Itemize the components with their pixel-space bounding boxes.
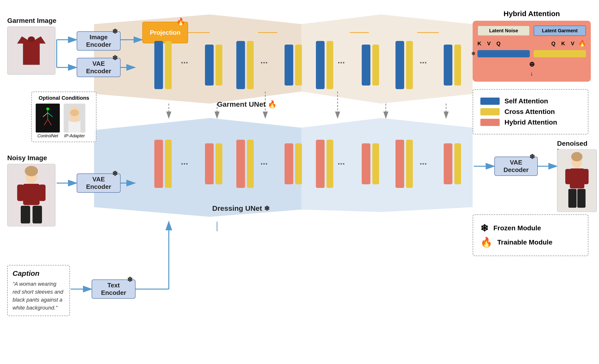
dressing-unet-label: Dressing UNet ❄ [212, 204, 270, 212]
left-v-label: V [487, 41, 491, 47]
latent-noise-box: Latent Noise [477, 25, 530, 36]
svg-point-64 [571, 152, 583, 161]
frozen-module-label: Frozen Module [493, 224, 541, 232]
svg-rect-51 [23, 184, 40, 205]
cross-attention-color [480, 108, 500, 115]
noisy-image-label: Noisy Image [7, 154, 47, 162]
dressing-unet-encoder-block1 [154, 140, 172, 188]
dressing-rightmost-dots: ··· [420, 159, 427, 169]
dressing-unet-encoder-block2 [205, 143, 222, 184]
garment-yellow-dec-2 [326, 41, 333, 89]
dressing-salmon-dec-2 [316, 140, 325, 188]
left-kvq: K V Q [477, 41, 532, 47]
denoised-image [557, 149, 597, 212]
dressing-unet-frozen-icon: ❄ [264, 205, 270, 212]
projection-box: Projection 🔥 [142, 22, 188, 43]
hybrid-attention-diagram: Latent Noise Latent Garment K V Q Q K V … [473, 21, 591, 82]
svg-rect-52 [21, 206, 30, 224]
dressing-encoder-dots: ··· [181, 159, 188, 169]
dressing-yellow-far-right [372, 143, 379, 184]
caption-label: Caption [13, 269, 65, 278]
hybrid-attention-section: Hybrid Attention Latent Noise Latent Gar… [473, 10, 591, 82]
dressing-yellow-center [247, 140, 254, 188]
hybrid-latent-row: Latent Noise Latent Garment [477, 25, 586, 36]
garment-unet-encoder-block1 [154, 41, 172, 89]
frozen-module-icon: ❄ [480, 223, 489, 234]
cross-attention-label: Cross Attention [504, 108, 555, 116]
garment-rightmost-dots: ··· [420, 58, 427, 68]
noisy-image [7, 164, 55, 227]
attention-legend-box: Self Attention Cross Attention Hybrid At… [473, 89, 588, 135]
vae-decoder-frozen-icon: ❄ [529, 153, 535, 161]
garment-blue-col-2 [205, 45, 214, 85]
plus-symbol: ⊕ [477, 60, 586, 68]
svg-rect-61 [577, 189, 585, 208]
svg-rect-60 [568, 189, 577, 208]
dressing-salmon-final [444, 143, 452, 184]
caption-box: Caption "A woman wearing red short sleev… [7, 265, 70, 316]
dressing-yellow-final [454, 143, 461, 184]
left-attn-block: ❄ [477, 50, 530, 57]
output-arrow: ↓ [477, 70, 586, 77]
dressing-yellow-dec-1 [295, 143, 302, 184]
garment-blue-far-right [362, 45, 370, 85]
vae-decoder-label: VAEDecoder [503, 159, 529, 174]
garment-unet-label: Garment UNet 🔥 [217, 100, 277, 108]
dressing-unet-decoder-block1 [284, 143, 302, 184]
vae-encoder-bottom-frozen-icon: ❄ [112, 169, 118, 178]
text-encoder-box: TextEncoder ❄ [92, 279, 135, 299]
latent-garment-box: Latent Garment [534, 25, 586, 36]
right-v-label: V [571, 41, 574, 47]
dressing-unet-far-right-block [362, 143, 379, 184]
left-frozen-icon: ❄ [471, 51, 476, 57]
svg-rect-54 [17, 185, 24, 201]
vae-decoder-box: VAEDecoder ❄ [494, 157, 538, 176]
right-k-label: K [561, 41, 565, 47]
dressing-salmon-far-right [362, 143, 370, 184]
dressing-salmon-center [236, 140, 245, 188]
self-attention-item: Self Attention [480, 97, 581, 105]
module-legend-box: ❄ Frozen Module 🔥 Trainable Module [473, 214, 588, 256]
garment-unet-final-block [444, 45, 461, 85]
garment-blue-final [444, 45, 452, 85]
garment-blue-col-center [236, 41, 245, 89]
svg-rect-62 [565, 169, 571, 184]
garment-yellow-rightmost [406, 41, 413, 89]
garment-blue-rightmost [396, 41, 404, 89]
vae-encoder-top-frozen-icon: ❄ [112, 54, 118, 62]
garment-yellow-col-center [247, 41, 254, 89]
garment-unet-encoder-block2 [205, 45, 222, 85]
dressing-yellow-col-2 [216, 143, 222, 184]
projection-label: Projection [150, 29, 180, 36]
optional-conditions-label: Optional Conditions [36, 95, 92, 101]
trainable-module-label: Trainable Module [497, 238, 553, 246]
garment-blue-col-1 [154, 41, 163, 89]
dressing-unet-decoder-block2 [316, 140, 333, 188]
svg-point-36 [28, 36, 35, 42]
ip-adapter-label: IP-Adapter [64, 134, 85, 138]
garment-unet-decoder-block1 [284, 45, 302, 85]
vae-encoder-bottom-label: VAEEncoder [86, 176, 111, 191]
svg-rect-55 [39, 185, 45, 201]
optional-conditions-box: Optional Conditions ControlNet [31, 92, 97, 142]
dressing-unet-center-block [236, 140, 254, 188]
right-attn-block [534, 50, 586, 57]
svg-marker-4 [94, 118, 210, 217]
svg-rect-59 [570, 168, 584, 188]
dressing-unet-rightmost-block [396, 140, 413, 188]
garment-image [7, 26, 55, 75]
hybrid-attention-legend-label: Hybrid Attention [504, 119, 557, 126]
text-encoder-label: TextEncoder [101, 282, 126, 296]
garment-yellow-final [454, 45, 461, 85]
garment-right-dots: ··· [338, 58, 345, 68]
dressing-salmon-col-2 [205, 143, 214, 184]
dressing-right-dots: ··· [338, 159, 345, 169]
image-encoder-box: ImageEncoder ❄ [77, 31, 121, 51]
dressing-salmon-dec-1 [284, 143, 293, 184]
vae-encoder-top-label: VAEEncoder [86, 60, 111, 75]
image-encoder-frozen-icon: ❄ [112, 27, 118, 35]
controlnet-item: ControlNet [36, 104, 60, 138]
garment-unet-far-right-block [362, 45, 379, 85]
optional-conditions-images: ControlNet IP-Adapter [36, 104, 92, 138]
image-encoder-label: ImageEncoder [86, 34, 111, 48]
